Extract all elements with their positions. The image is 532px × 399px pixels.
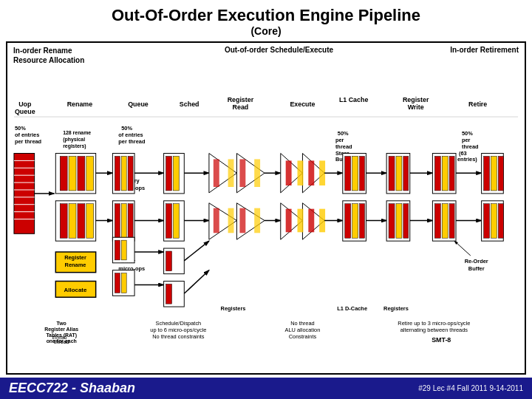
svg-line-95 — [184, 270, 209, 294]
svg-text:per thread: per thread — [15, 138, 42, 145]
svg-rect-71 — [128, 204, 133, 238]
svg-rect-89 — [166, 251, 172, 271]
svg-text:50%: 50% — [462, 130, 473, 137]
svg-rect-139 — [403, 156, 409, 190]
svg-rect-127 — [352, 156, 358, 190]
svg-line-157 — [454, 241, 471, 256]
svg-text:Constraints: Constraints — [289, 333, 317, 340]
svg-text:Retire up to 3 micro-ops/cycle: Retire up to 3 micro-ops/cycle — [398, 320, 470, 327]
svg-rect-65 — [115, 156, 120, 190]
svg-text:L1 Cache: L1 Cache — [339, 96, 369, 103]
svg-rect-120 — [298, 209, 304, 233]
page-container: Out-Of-Order Execution Engine Pipeline (… — [0, 0, 532, 399]
svg-rect-70 — [121, 204, 126, 238]
svg-text:entries): entries) — [457, 156, 477, 163]
svg-rect-61 — [86, 204, 94, 238]
svg-rect-77 — [115, 240, 120, 260]
svg-rect-104 — [214, 208, 219, 233]
svg-rect-152 — [434, 204, 440, 238]
svg-text:50%: 50% — [338, 130, 349, 137]
svg-text:No thread: No thread — [290, 320, 315, 327]
svg-text:Registers: Registers — [383, 305, 409, 312]
svg-rect-98 — [214, 159, 219, 187]
svg-rect-128 — [360, 156, 365, 190]
svg-text:(63: (63 — [459, 150, 467, 157]
svg-rect-165 — [484, 204, 490, 238]
svg-text:Register: Register — [228, 96, 254, 103]
svg-rect-78 — [121, 240, 126, 260]
svg-line-94 — [184, 241, 209, 261]
svg-rect-106 — [239, 208, 245, 233]
svg-rect-142 — [396, 204, 402, 238]
svg-text:(physical: (physical — [63, 137, 85, 143]
svg-rect-60 — [78, 204, 85, 238]
svg-text:registers): registers) — [63, 143, 86, 149]
svg-text:Read: Read — [233, 103, 249, 111]
svg-rect-53 — [60, 156, 67, 190]
svg-text:Register Alias: Register Alias — [44, 327, 78, 332]
svg-rect-167 — [498, 204, 503, 238]
svg-text:per thread: per thread — [118, 138, 146, 145]
pipeline-diagram: Uop Queue Rename Queue Sched Register Re… — [10, 66, 522, 372]
svg-rect-87 — [173, 204, 179, 238]
svg-rect-137 — [389, 156, 395, 190]
svg-rect-91 — [166, 284, 172, 304]
section-rename-text: In-order RenameResource Allocation — [13, 47, 84, 64]
svg-text:thread: thread — [462, 143, 479, 150]
svg-text:Write: Write — [408, 103, 424, 111]
svg-rect-119 — [286, 209, 292, 233]
svg-text:of entries: of entries — [15, 132, 39, 138]
svg-rect-107 — [254, 208, 260, 233]
section-rename: In-order RenameResource Allocation — [13, 46, 128, 65]
svg-text:of entries: of entries — [118, 132, 143, 138]
lec-info: #29 Lec #4 Fall 2011 9-14-2011 — [418, 384, 523, 392]
svg-rect-80 — [115, 273, 120, 293]
svg-rect-122 — [319, 209, 325, 233]
section-ooo-text: Out-of-order Schedule/Execute — [225, 46, 333, 54]
svg-rect-148 — [434, 156, 440, 190]
svg-text:50%: 50% — [15, 125, 26, 132]
svg-rect-58 — [60, 204, 67, 238]
svg-rect-99 — [228, 159, 234, 187]
svg-text:Uop: Uop — [18, 100, 32, 108]
svg-rect-84 — [173, 156, 179, 190]
svg-rect-55 — [78, 156, 85, 190]
svg-text:Retire: Retire — [468, 100, 487, 108]
svg-rect-162 — [491, 156, 497, 190]
svg-rect-100 — [239, 159, 245, 187]
svg-rect-166 — [491, 204, 497, 238]
svg-rect-81 — [121, 273, 126, 293]
svg-text:up to 6 micro-ops/cycle: up to 6 micro-ops/cycle — [150, 327, 206, 333]
svg-rect-130 — [345, 204, 351, 238]
svg-rect-54 — [69, 156, 76, 190]
svg-text:Queue: Queue — [15, 108, 35, 115]
eecc-title: EECC722 - Shaaban — [9, 381, 135, 396]
svg-text:128 rename: 128 rename — [63, 130, 91, 135]
svg-text:Buffer: Buffer — [468, 265, 485, 272]
section-retire-text: In-order Retirement — [450, 46, 519, 54]
svg-rect-138 — [396, 156, 402, 190]
svg-rect-101 — [254, 159, 260, 187]
svg-text:Execute: Execute — [290, 100, 315, 108]
content-box: In-order RenameResource Allocation Out-o… — [6, 41, 526, 375]
svg-rect-56 — [86, 156, 94, 190]
bottom-bar: EECC722 - Shaaban #29 Lec #4 Fall 2011 9… — [0, 378, 532, 399]
svg-text:thread: thread — [335, 143, 352, 150]
svg-rect-131 — [352, 204, 358, 238]
svg-text:per: per — [462, 137, 471, 143]
svg-text:L1 D-Cache: L1 D-Cache — [337, 305, 367, 312]
svg-rect-150 — [449, 156, 454, 190]
svg-text:thread: thread — [54, 339, 69, 344]
section-headers: In-order RenameResource Allocation Out-o… — [7, 43, 525, 65]
svg-text:Register: Register — [403, 96, 429, 103]
title-area: Out-Of-Order Execution Engine Pipeline (… — [0, 0, 532, 38]
svg-rect-105 — [228, 208, 234, 233]
svg-rect-113 — [286, 160, 292, 185]
svg-text:Allocate: Allocate — [64, 287, 87, 293]
svg-rect-149 — [442, 156, 448, 190]
svg-rect-86 — [166, 204, 172, 238]
svg-rect-69 — [115, 204, 120, 238]
svg-rect-163 — [498, 156, 503, 190]
svg-rect-66 — [121, 156, 126, 190]
svg-text:per: per — [335, 137, 344, 143]
